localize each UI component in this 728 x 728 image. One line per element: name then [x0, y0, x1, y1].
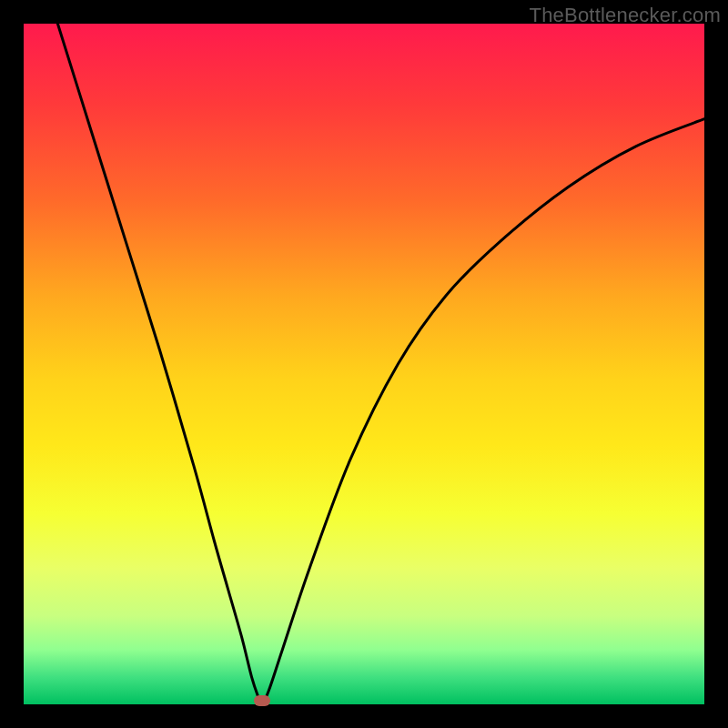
plot-area	[24, 24, 704, 704]
attribution-text: TheBottlenecker.com	[530, 4, 721, 27]
curve-path	[57, 24, 704, 704]
optimum-marker	[254, 695, 270, 706]
bottleneck-curve	[24, 24, 704, 704]
